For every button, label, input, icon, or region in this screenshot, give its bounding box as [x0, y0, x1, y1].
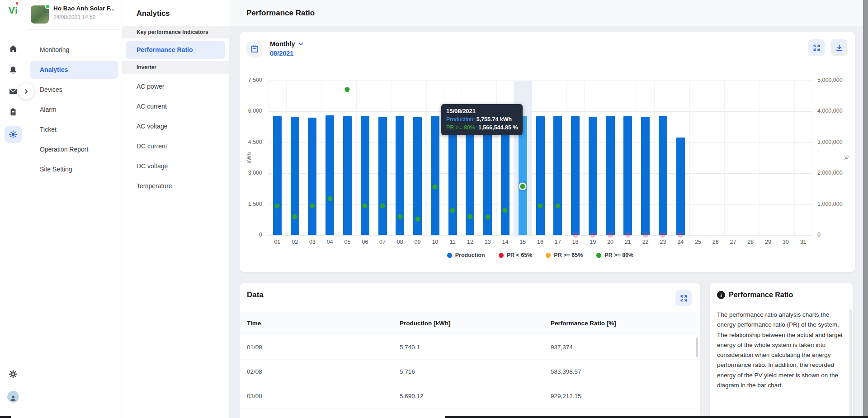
pr80-dot-day-17[interactable] — [555, 203, 560, 208]
table-fullscreen-button[interactable] — [675, 290, 692, 306]
production-bar-day-06[interactable] — [361, 116, 369, 235]
cell-time: 03/08 — [247, 393, 262, 399]
panel-item-ac-voltage[interactable]: AC voltage — [122, 116, 229, 136]
pr80-dot-day-14[interactable] — [503, 208, 508, 213]
period-dropdown[interactable]: Monthly — [270, 40, 303, 48]
production-bar-day-03[interactable] — [308, 118, 316, 235]
column-header-time[interactable]: Time — [247, 320, 261, 327]
sidebar-item-devices[interactable]: Devices — [30, 81, 118, 99]
pr-low-dot-day-24[interactable] — [678, 232, 684, 238]
pr-low-dot-day-22[interactable] — [642, 232, 648, 238]
column-header-performance-ratio[interactable]: Performance Ratio [%] — [551, 320, 616, 327]
pr80-dot-day-02[interactable] — [292, 214, 297, 219]
pr80-dot-day-12[interactable] — [467, 214, 472, 219]
pr-low-dot-day-21[interactable] — [625, 232, 631, 238]
gridline-vertical — [304, 81, 304, 235]
analytics-sun-icon[interactable] — [5, 126, 22, 143]
pr-low-dot-day-19[interactable] — [590, 232, 596, 238]
sidebar-item-alarm[interactable]: Alarm — [30, 100, 118, 119]
pr80-dot-day-07[interactable] — [380, 203, 385, 208]
production-bar-day-17[interactable] — [553, 116, 562, 235]
chart-legend: ProductionPR < 65%PR >= 65%PR >= 80% — [269, 251, 812, 260]
pr80-dot-day-04[interactable] — [327, 196, 332, 201]
cell-production: 5,690.12 — [400, 393, 424, 399]
pr80-dot-day-03[interactable] — [310, 204, 315, 209]
production-bar-day-04[interactable] — [326, 115, 334, 235]
chart-download-button[interactable] — [831, 39, 847, 56]
avatar[interactable] — [5, 388, 22, 405]
column-header-production[interactable]: Production [kWh] — [400, 320, 450, 327]
gridline-vertical — [549, 81, 549, 235]
pr80-dot-day-13[interactable] — [485, 214, 490, 219]
pr80-dot-day-11[interactable] — [450, 208, 455, 213]
table-scrollbar[interactable] — [696, 338, 698, 357]
pr80-dot-day-10[interactable] — [433, 185, 438, 190]
pr80-dot-day-16[interactable] — [538, 203, 543, 208]
production-bar-day-20[interactable] — [606, 116, 615, 235]
calendar-icon[interactable] — [245, 40, 264, 58]
panel-item-performance-ratio[interactable]: Performance Ratio — [126, 41, 225, 59]
info-card-scrollbar[interactable] — [849, 309, 852, 417]
table-row[interactable]: 01/08 5,740.1 937,374 — [240, 335, 700, 360]
production-bar-day-16[interactable] — [536, 116, 545, 235]
bell-icon[interactable] — [5, 62, 22, 79]
production-bar-day-05[interactable] — [343, 116, 352, 235]
chart-fullscreen-button[interactable] — [808, 39, 825, 56]
pr80-dot-day-06[interactable] — [363, 203, 368, 208]
production-bar-day-21[interactable] — [623, 116, 632, 235]
panel-item-temperature[interactable]: Temperature — [122, 176, 229, 196]
sidebar-item-ticket[interactable]: Ticket — [30, 120, 118, 138]
x-tick-label: 11 — [444, 239, 462, 245]
pr80-dot-day-09[interactable] — [415, 216, 420, 221]
production-bar-day-18[interactable] — [571, 116, 580, 235]
selected-month[interactable]: 08/2021 — [270, 50, 293, 57]
production-bar-day-19[interactable] — [589, 117, 597, 235]
production-bar-day-23[interactable] — [659, 116, 667, 235]
x-tick-label: 28 — [742, 239, 760, 245]
section-header-inverter: Inverter — [122, 61, 229, 74]
gear-icon[interactable] — [5, 366, 22, 383]
y-tick-label-left: 1,500 — [248, 201, 262, 207]
info-card-title: Performance Ratio — [729, 291, 793, 299]
pr80-dot-day-08[interactable] — [397, 214, 402, 219]
panel-item-ac-power[interactable]: AC power — [122, 76, 229, 96]
avatar-image — [7, 391, 19, 403]
panel-item-ac-current[interactable]: AC current — [122, 96, 229, 116]
home-icon[interactable] — [5, 40, 22, 57]
site-header[interactable]: Ho Bao Anh Solar F... 24/08/2021 14:50 — [26, 0, 122, 30]
pr-low-dot-day-20[interactable] — [608, 232, 613, 238]
panel-item-dc-voltage[interactable]: DC voltage — [122, 156, 229, 176]
sidebar-item-monitoring[interactable]: Monitoring — [30, 41, 118, 59]
panel-item-dc-current[interactable]: DC current — [122, 136, 229, 156]
gridline-vertical — [724, 81, 725, 235]
legend-item-production[interactable]: Production — [447, 252, 485, 258]
pr80-dot-day-05[interactable] — [345, 87, 350, 92]
production-bar-day-24[interactable] — [676, 138, 685, 235]
table-row[interactable]: 02/08 5,716 583,398.57 — [240, 360, 700, 384]
legend-item-pr-65[interactable]: PR >= 65% — [546, 252, 583, 258]
sidebar-item-operation-report[interactable]: Operation Report — [30, 140, 118, 158]
x-tick-label: 06 — [356, 239, 374, 245]
gridline-vertical — [602, 81, 602, 235]
legend-item-pr-65[interactable]: PR < 65% — [499, 252, 533, 258]
legend-item-pr-80[interactable]: PR >= 80% — [596, 252, 633, 258]
pr-low-dot-day-18[interactable] — [572, 232, 578, 238]
y-tick-label-right: 5,000,000 — [817, 77, 843, 83]
gridline-vertical — [672, 81, 672, 235]
window-scrollbar[interactable] — [863, 0, 868, 418]
production-bar-day-22[interactable] — [641, 117, 650, 235]
sidebar-collapse-button[interactable] — [18, 83, 34, 100]
pr-low-dot-day-23[interactable] — [660, 232, 666, 238]
production-bar-day-01[interactable] — [273, 116, 282, 235]
pr80-dot-day-15[interactable] — [519, 182, 527, 190]
gridline-vertical — [584, 81, 585, 235]
production-bar-day-07[interactable] — [378, 117, 387, 235]
cell-time: 01/08 — [247, 344, 262, 351]
production-bar-day-10[interactable] — [431, 116, 439, 235]
sidebar-item-site-setting[interactable]: Site Setting — [30, 160, 118, 178]
sidebar-item-analytics[interactable]: Analytics — [30, 61, 118, 79]
x-tick-label: 30 — [777, 239, 794, 245]
report-icon[interactable] — [5, 104, 22, 121]
pr80-dot-day-01[interactable] — [275, 203, 280, 208]
table-row[interactable]: 03/08 5,690.12 929,212.15 — [240, 384, 700, 408]
